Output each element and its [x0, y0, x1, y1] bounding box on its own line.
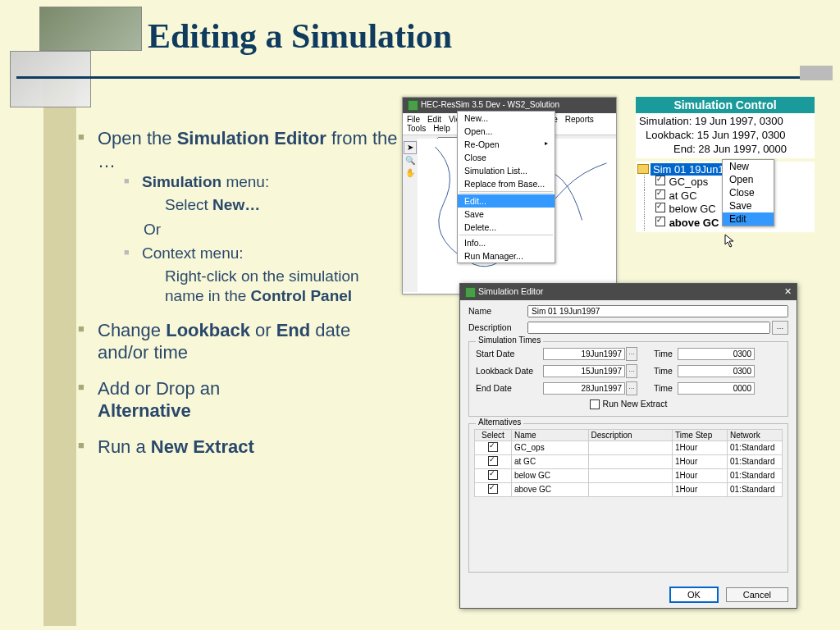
- ctx-save[interactable]: Save: [723, 199, 774, 212]
- menuitem-info[interactable]: Info...: [458, 236, 555, 249]
- description-field[interactable]: [527, 322, 770, 334]
- text: Simulation: [142, 173, 221, 190]
- simulation-tree: Sim 01 19Jun1997 GC_ops at GC below GC a…: [636, 162, 815, 233]
- bullet-1a: Simulation menu:: [124, 172, 402, 192]
- row-checkbox[interactable]: [488, 470, 498, 480]
- info-lookback: Lookback: 15 Jun 1997, 0300: [639, 129, 811, 143]
- menu-help[interactable]: Help: [431, 123, 453, 134]
- name-field[interactable]: [527, 305, 788, 317]
- menuitem-simulationlist[interactable]: Simulation List...: [458, 164, 555, 177]
- time-label: Time: [654, 349, 673, 358]
- run-extract-row: Run New Extract: [476, 399, 781, 409]
- checkbox-icon[interactable]: [655, 176, 665, 185]
- app-title-text: HEC-ResSim 3.5 Dev - WS2_Solution: [421, 100, 559, 109]
- row-checkbox[interactable]: [488, 484, 498, 494]
- start-date-row: Start Date … Time: [476, 347, 781, 361]
- bullet-1a-line2: Select New…: [165, 195, 402, 215]
- text: Add or Drop an: [98, 378, 220, 399]
- small-chart-graphic: [10, 51, 91, 107]
- ctx-open[interactable]: Open: [723, 173, 774, 186]
- alternatives-legend: Alternatives: [476, 418, 523, 427]
- lookback-date-picker-button[interactable]: …: [626, 364, 637, 378]
- menuitem-delete[interactable]: Delete...: [458, 221, 555, 234]
- text: Change: [98, 320, 166, 340]
- zoom-tool-icon[interactable]: 🔍: [404, 155, 416, 167]
- lookback-date-row: Lookback Date … Time: [476, 364, 781, 378]
- accent-gray: [800, 66, 833, 80]
- simulation-dropdown: New...Open...Re-Open▸CloseSimulation Lis…: [457, 111, 555, 263]
- text: Simulation Editor: [177, 128, 326, 148]
- run-extract-checkbox[interactable]: [590, 399, 600, 409]
- col-description: Description: [588, 429, 673, 441]
- simulation-control-info: Simulation: 19 Jun 1997, 0300 Lookback: …: [636, 113, 815, 158]
- name-label: Name: [468, 306, 527, 316]
- ok-button[interactable]: OK: [669, 587, 719, 603]
- checkbox-icon[interactable]: [655, 217, 665, 226]
- col-timestep: Time Step: [673, 429, 728, 441]
- table-row[interactable]: at GC1Hour01:Standard: [475, 454, 783, 468]
- table-row[interactable]: above GC1Hour01:Standard: [475, 482, 783, 496]
- run-extract-label: Run New Extract: [603, 399, 668, 409]
- dialog-body: Name Description … Simulation Times Star…: [460, 300, 797, 578]
- lookback-time-field[interactable]: [678, 365, 755, 377]
- checkbox-icon[interactable]: [655, 189, 665, 199]
- table-row[interactable]: below GC1Hour01:Standard: [475, 468, 783, 482]
- start-time-field[interactable]: [678, 348, 755, 360]
- menuitem-edit[interactable]: Edit...: [458, 194, 555, 208]
- end-time-field[interactable]: [678, 382, 755, 395]
- text: or: [250, 320, 276, 340]
- menuitem-replacefrombase[interactable]: Replace from Base...: [458, 177, 555, 190]
- end-date-picker-button[interactable]: …: [626, 381, 637, 395]
- text: Select: [165, 196, 212, 213]
- dialog-icon: [465, 287, 476, 298]
- col-name: Name: [512, 429, 589, 441]
- menuitem-close[interactable]: Close: [458, 151, 555, 164]
- menuitem-save[interactable]: Save: [458, 208, 555, 221]
- table-row[interactable]: GC_ops1Hour01:Standard: [475, 441, 783, 454]
- side-accent-bar: [43, 76, 76, 626]
- cursor-icon: [724, 234, 736, 249]
- text: New…: [212, 196, 260, 213]
- menu-reports[interactable]: Reports: [563, 114, 596, 125]
- lookback-date-field[interactable]: [543, 365, 625, 377]
- row-checkbox[interactable]: [488, 442, 498, 452]
- simulation-times-fieldset: Simulation Times Start Date … Time Lookb…: [468, 341, 788, 417]
- col-network: Network: [728, 429, 783, 441]
- description-browse-button[interactable]: …: [772, 321, 788, 335]
- start-date-picker-button[interactable]: …: [626, 347, 637, 361]
- ctx-new[interactable]: New: [723, 160, 774, 173]
- bullet-1: Open the Simulation Editor from the … Si…: [78, 127, 402, 306]
- checkbox-icon[interactable]: [655, 203, 665, 212]
- cancel-button[interactable]: Cancel: [726, 587, 788, 602]
- text: New Extract: [151, 436, 254, 457]
- simulation-editor-dialog: Simulation Editor ✕ Name Description … S…: [459, 283, 797, 609]
- menuitem-open[interactable]: Open...: [458, 125, 555, 138]
- folder-icon: [637, 164, 649, 174]
- pointer-tool-icon[interactable]: ➤: [404, 141, 417, 154]
- context-menu: NewOpenCloseSaveEdit: [722, 159, 774, 226]
- menuitem-reopen[interactable]: Re-Open▸: [458, 138, 555, 151]
- end-date-row: End Date … Time: [476, 381, 781, 395]
- simulation-times-legend: Simulation Times: [476, 336, 543, 345]
- text: Run a: [98, 436, 151, 457]
- dialog-titlebar: Simulation Editor ✕: [460, 284, 797, 300]
- bullet-2: Change Lookback or End date and/or time: [78, 319, 402, 364]
- simulation-control-title: Simulation Control: [636, 97, 815, 113]
- menuitem-runmanager[interactable]: Run Manager...: [458, 249, 555, 262]
- close-icon[interactable]: ✕: [784, 286, 792, 296]
- app-icon: [408, 100, 418, 111]
- time-label: Time: [654, 366, 673, 376]
- ctx-close[interactable]: Close: [723, 186, 774, 199]
- pan-tool-icon[interactable]: ✋: [404, 167, 416, 179]
- time-label: Time: [654, 383, 673, 393]
- menu-tools[interactable]: Tools: [404, 123, 428, 134]
- bullet-1b: Context menu:: [124, 244, 402, 263]
- start-date-field[interactable]: [543, 348, 625, 360]
- row-checkbox[interactable]: [488, 456, 498, 466]
- ctx-edit[interactable]: Edit: [723, 212, 774, 226]
- end-date-field[interactable]: [543, 382, 625, 395]
- menuitem-new[interactable]: New...: [458, 112, 555, 125]
- text: End: [276, 320, 311, 340]
- slide-title: Editing a Simulation: [148, 16, 452, 56]
- title-rule: [16, 76, 804, 79]
